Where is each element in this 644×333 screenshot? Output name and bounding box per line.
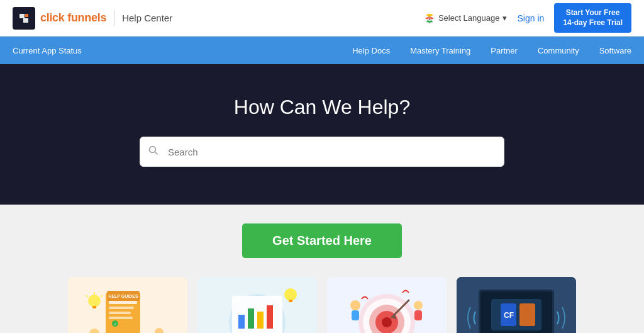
content-area: Get Started Here HELP GUIDES ✓ (0, 205, 644, 333)
svg-text:✓: ✓ (114, 322, 117, 326)
svg-line-24 (86, 295, 88, 297)
search-container (140, 137, 504, 167)
trial-button[interactable]: Start Your Free 14-day Free Trial (554, 3, 631, 33)
card-3-illustration (327, 277, 447, 333)
hero-title: How Can We Help? (234, 96, 410, 119)
card-1-illustration: HELP GUIDES ✓ (68, 277, 187, 333)
card-now-live[interactable]: CF Now Live! (457, 277, 576, 333)
nav-mastery-training[interactable]: Mastery Training (410, 46, 470, 55)
nav-right: Help Docs Mastery Training Partner Commu… (352, 46, 631, 55)
nav-partner[interactable]: Partner (491, 46, 518, 55)
card-2-illustration (197, 277, 317, 333)
search-icon (148, 145, 158, 158)
help-center-label: Help Center (122, 13, 172, 23)
svg-rect-61 (519, 303, 535, 326)
navbar: Current App Status Help Docs Mastery Tra… (0, 37, 644, 64)
svg-line-23 (101, 295, 103, 297)
svg-point-18 (155, 328, 164, 333)
card-business-training[interactable] (197, 277, 317, 333)
card-help-guides[interactable]: HELP GUIDES ✓ (68, 277, 187, 333)
header-left: click funnels Help Center (13, 7, 172, 30)
sign-in-link[interactable]: Sign in (517, 13, 544, 23)
header-right: G Select Language ▾ Sign in Start Your F… (424, 3, 631, 33)
google-icon: G (424, 13, 435, 24)
dropdown-arrow: ▾ (502, 13, 507, 23)
svg-rect-2 (25, 14, 28, 17)
select-language-label: Select Language (438, 13, 500, 23)
card-community[interactable] (327, 277, 447, 333)
logo[interactable]: click funnels (13, 7, 106, 30)
card-4-illustration: CF Now Live! (457, 277, 576, 333)
svg-rect-11 (109, 317, 133, 319)
svg-rect-9 (109, 307, 134, 309)
nav-help-docs[interactable]: Help Docs (352, 46, 390, 55)
google-translate[interactable]: G Select Language ▾ (424, 13, 508, 24)
nav-software[interactable]: Software (599, 46, 631, 55)
svg-line-6 (155, 152, 158, 155)
svg-point-20 (88, 295, 101, 307)
current-app-status[interactable]: Current App Status (13, 46, 82, 55)
svg-text:HELP GUIDES: HELP GUIDES (108, 294, 138, 298)
get-started-button[interactable]: Get Started Here (242, 223, 402, 258)
svg-rect-38 (289, 300, 292, 302)
cards-row: HELP GUIDES ✓ (64, 277, 580, 333)
svg-rect-29 (257, 312, 264, 329)
svg-rect-27 (238, 315, 245, 329)
hero-section: How Can We Help? (0, 64, 644, 205)
svg-text:G: G (428, 16, 431, 21)
svg-point-45 (382, 317, 392, 327)
svg-rect-10 (109, 312, 131, 314)
svg-rect-51 (414, 310, 422, 320)
logo-text: click funnels (40, 11, 106, 25)
search-input[interactable] (140, 137, 504, 167)
svg-point-16 (89, 329, 99, 333)
logo-icon (13, 7, 35, 30)
svg-text:CF: CF (504, 311, 514, 320)
svg-point-48 (350, 300, 360, 310)
svg-point-37 (284, 288, 297, 301)
svg-rect-49 (352, 310, 359, 320)
svg-rect-30 (267, 305, 273, 329)
svg-rect-21 (92, 306, 96, 308)
svg-point-50 (414, 301, 423, 310)
svg-rect-28 (248, 308, 254, 329)
header-divider (114, 11, 114, 26)
header: click funnels Help Center G Select Langu… (0, 0, 644, 37)
nav-community[interactable]: Community (538, 46, 579, 55)
